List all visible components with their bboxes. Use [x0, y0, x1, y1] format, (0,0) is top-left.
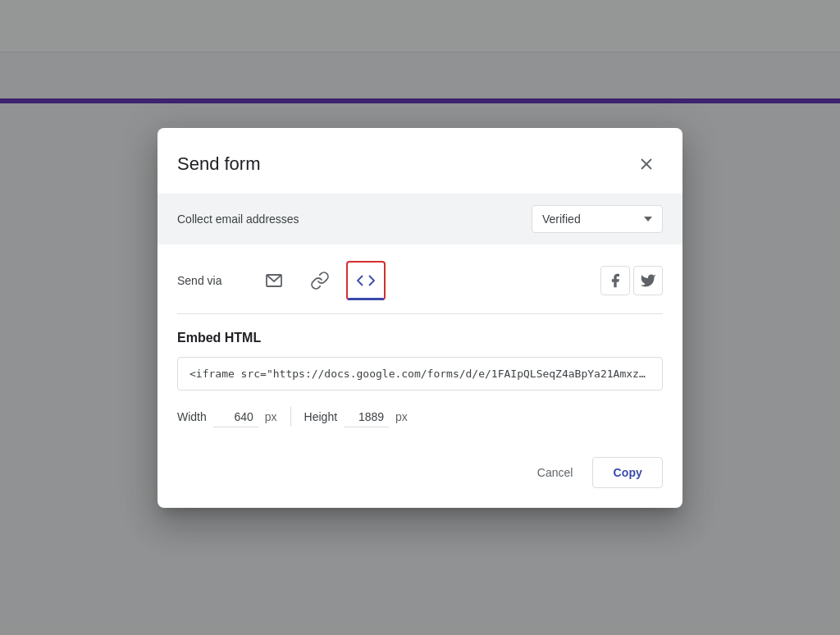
- link-icon: [310, 271, 330, 290]
- modal-footer: Cancel Copy: [158, 444, 682, 508]
- copy-button[interactable]: Copy: [592, 457, 663, 488]
- close-button[interactable]: [630, 148, 663, 180]
- close-icon: [637, 154, 656, 174]
- height-label: Height: [304, 410, 337, 423]
- twitter-icon: [640, 272, 656, 289]
- active-tab-underline: [348, 298, 384, 300]
- height-unit: px: [395, 410, 408, 423]
- send-via-email-button[interactable]: [254, 261, 294, 300]
- facebook-icon: [607, 272, 623, 289]
- verified-value: Verified: [542, 212, 581, 226]
- facebook-button[interactable]: [600, 266, 630, 295]
- height-input[interactable]: [344, 407, 389, 427]
- width-label: Width: [177, 410, 207, 423]
- dimension-divider: [290, 407, 291, 427]
- modal-title: Send form: [177, 153, 261, 175]
- send-icons-group: [254, 261, 581, 300]
- twitter-button[interactable]: [633, 266, 663, 295]
- email-icon: [264, 271, 284, 290]
- verified-dropdown[interactable]: Verified: [532, 205, 663, 233]
- height-group: Height px: [304, 407, 408, 427]
- send-form-modal: Send form Collect email addresses Verifi…: [158, 128, 682, 508]
- cancel-button[interactable]: Cancel: [524, 458, 587, 487]
- embed-html-section: Embed HTML <iframe src="https://docs.goo…: [177, 331, 663, 427]
- collect-email-label: Collect email addresses: [177, 212, 299, 226]
- email-collection-section: Collect email addresses Verified: [158, 194, 682, 244]
- width-group: Width px: [177, 407, 277, 427]
- embed-code-display: <iframe src="https://docs.google.com/for…: [177, 357, 663, 391]
- send-via-embed-button[interactable]: [346, 261, 386, 300]
- send-via-link-button[interactable]: [300, 261, 340, 300]
- chevron-down-icon: [644, 217, 652, 222]
- modal-overlay: Send form Collect email addresses Verifi…: [0, 0, 840, 635]
- code-icon: [356, 271, 376, 290]
- width-unit: px: [265, 410, 277, 423]
- modal-body: Send via: [158, 244, 682, 444]
- dimensions-row: Width px Height px: [177, 407, 663, 427]
- modal-header: Send form: [158, 128, 682, 194]
- embed-html-title: Embed HTML: [177, 331, 663, 345]
- send-via-row: Send via: [177, 261, 663, 314]
- social-icons-group: [600, 266, 663, 295]
- send-via-label: Send via: [177, 274, 235, 287]
- width-input[interactable]: [213, 407, 258, 427]
